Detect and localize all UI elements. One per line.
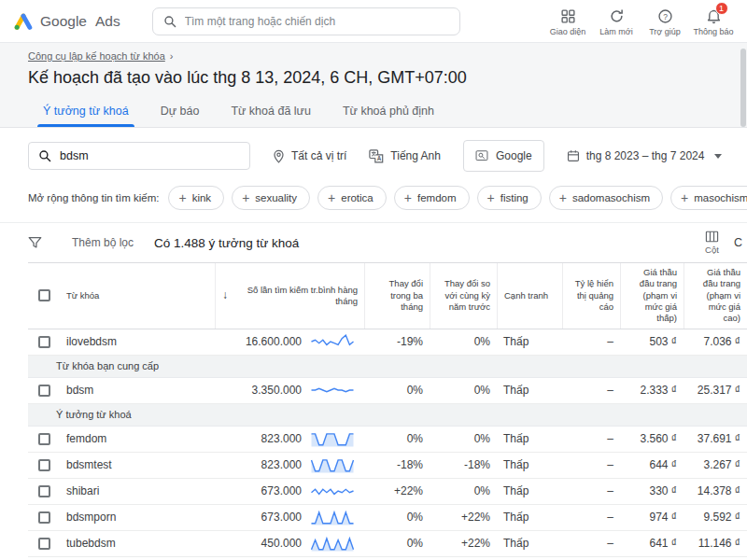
broaden-chip[interactable]: +kink xyxy=(168,186,224,210)
search-trend-sparkline xyxy=(310,381,355,399)
filter-button[interactable] xyxy=(28,236,42,249)
avg-searches-cell: 3.350.000 xyxy=(215,378,364,403)
keyword-cell: ilovebdsm xyxy=(60,329,215,355)
table-header: Từ khóa ↓ Số lần tìm kiếm tr.bình hàng t… xyxy=(28,262,747,329)
table-row: bdsm3.350.0000%0%Thấp–2.333 ₫25.317 ₫ xyxy=(28,378,747,404)
three-month-change-cell: 0% xyxy=(364,505,430,530)
search-trend-sparkline xyxy=(310,508,355,526)
ad-impression-share-cell: – xyxy=(562,427,620,452)
broaden-chip[interactable]: +femdom xyxy=(394,186,470,210)
checkbox-cell xyxy=(28,453,60,478)
avg-searches-cell: 823.000 xyxy=(215,427,364,452)
vertical-scrollbar[interactable] xyxy=(740,49,746,127)
columns-icon xyxy=(705,231,719,243)
language-selector[interactable]: A Tiếng Anh xyxy=(369,149,441,163)
ad-impression-share-cell: – xyxy=(562,505,620,530)
row-checkbox[interactable] xyxy=(38,433,50,445)
top-bid-low-cell: 2.333 ₫ xyxy=(620,378,684,403)
search-trend-sparkline xyxy=(310,534,355,553)
row-checkbox[interactable] xyxy=(38,385,50,397)
section-header-row: Ý tưởng từ khoá xyxy=(28,404,747,427)
appearance-button[interactable]: Giao diện xyxy=(543,6,592,36)
col-header-three-month-change[interactable]: Thay đổi trong ba tháng xyxy=(364,263,430,329)
search-icon xyxy=(38,149,51,162)
top-bid-high-cell: 14.378 ₫ xyxy=(684,479,747,504)
row-checkbox[interactable] xyxy=(38,485,50,497)
svg-text:?: ? xyxy=(663,11,668,21)
topbar: GoogleAds Giao diện Làm mới ? Trợ giúp xyxy=(0,0,747,43)
broaden-chip[interactable]: +sadomasochism xyxy=(549,186,663,210)
col-header-ad-impression-share[interactable]: Tỷ lệ hiển thị quảng cáo xyxy=(562,263,620,329)
row-checkbox[interactable] xyxy=(38,336,50,348)
location-selector[interactable]: Tất cả vị trí xyxy=(273,149,346,163)
broaden-search-row: Mở rộng thông tin tìm kiếm: +kink+sexual… xyxy=(0,173,747,210)
table-row: shibari673.000+22%0%Thấp–330 ₫14.378 ₫ xyxy=(28,479,747,505)
top-bid-high-cell: 9.592 ₫ xyxy=(684,505,747,530)
search-trend-sparkline xyxy=(310,482,355,500)
broaden-chip[interactable]: +masochism xyxy=(670,186,747,210)
keyword-cell: tubebdsm xyxy=(60,531,215,556)
translate-icon: A xyxy=(369,149,384,163)
clipped-control[interactable]: C xyxy=(734,236,743,249)
tab-bar: Ý tưởng từ khoá Dự báo Từ khoá đã lưu Từ… xyxy=(0,88,747,127)
checkbox-cell xyxy=(28,505,60,530)
help-button[interactable]: ? Trợ giúp xyxy=(641,6,689,36)
columns-button[interactable]: Cột xyxy=(705,231,719,255)
plan-controls: bdsm Tất cả vị trí A Tiếng Anh Google th… xyxy=(0,128,747,173)
row-checkbox[interactable] xyxy=(38,511,50,524)
broaden-chip[interactable]: +erotica xyxy=(317,186,387,210)
yoy-change-cell: -18% xyxy=(430,453,497,478)
tab-negative-keywords[interactable]: Từ khoá phủ định xyxy=(328,99,449,127)
action-label: Giao diện xyxy=(550,27,586,36)
notification-badge: 1 xyxy=(715,2,728,15)
add-filter-button[interactable]: Thêm bộ lọc xyxy=(72,236,134,249)
avg-searches-value: 673.000 xyxy=(261,511,302,524)
refresh-icon xyxy=(609,7,625,24)
three-month-change-cell: 0% xyxy=(364,378,430,403)
yoy-change-cell: 0% xyxy=(430,427,497,452)
network-selector[interactable]: Google xyxy=(463,140,544,172)
chip-label: femdom xyxy=(417,192,457,203)
global-search-input[interactable] xyxy=(185,15,449,28)
google-ads-logo[interactable]: GoogleAds xyxy=(13,12,120,31)
top-bid-high-cell: 11.146 ₫ xyxy=(684,531,747,556)
date-range-selector[interactable]: thg 8 2023 – thg 7 2024 xyxy=(567,149,723,162)
col-header-top-bid-high[interactable]: Giá thầu đầu trang (phạm vi mức giá cao) xyxy=(684,263,747,329)
tab-keyword-ideas[interactable]: Ý tưởng từ khoá xyxy=(28,99,144,127)
col-header-keyword[interactable]: Từ khóa xyxy=(60,263,215,329)
select-all-checkbox[interactable] xyxy=(38,289,50,301)
page-subheader: Công cụ lập kế hoạch từ khóa › Kế hoạch … xyxy=(0,43,747,128)
competition-cell: Thấp xyxy=(497,531,562,556)
row-checkbox[interactable] xyxy=(38,538,50,550)
col-header-competition[interactable]: Cạnh tranh xyxy=(497,263,562,329)
chevron-right-icon: › xyxy=(170,50,174,62)
language-value: Tiếng Anh xyxy=(390,149,441,162)
col-header-top-bid-low[interactable]: Giá thầu đầu trang (phạm vi mức giá thấp… xyxy=(620,263,684,329)
breadcrumb-link[interactable]: Công cụ lập kế hoạch từ khóa xyxy=(28,50,165,62)
broaden-label: Mở rộng thông tin tìm kiếm: xyxy=(28,192,159,203)
global-search[interactable] xyxy=(152,7,460,35)
broaden-chip[interactable]: +sexuality xyxy=(232,186,310,210)
search-trend-sparkline xyxy=(310,332,355,351)
keyword-search-box[interactable]: bdsm xyxy=(28,142,250,170)
tab-forecast[interactable]: Dự báo xyxy=(146,99,215,127)
brand-ads: Ads xyxy=(95,13,120,30)
competition-cell: Thấp xyxy=(497,329,562,355)
avg-searches-value: 823.000 xyxy=(261,458,302,471)
ad-impression-share-cell: – xyxy=(562,329,620,355)
action-label: Trợ giúp xyxy=(649,27,681,36)
plus-icon: + xyxy=(178,191,186,204)
refresh-button[interactable]: Làm mới xyxy=(592,6,641,36)
keyword-cell: femdom xyxy=(60,427,215,452)
three-month-change-cell: +22% xyxy=(364,479,430,504)
tab-saved-keywords[interactable]: Từ khoá đã lưu xyxy=(216,99,326,127)
row-checkbox[interactable] xyxy=(38,459,50,471)
avg-searches-value: 450.000 xyxy=(261,537,302,550)
avg-searches-value: 3.350.000 xyxy=(252,384,302,397)
notifications-button[interactable]: 1 Thông báo xyxy=(689,6,738,36)
col-header-yoy-change[interactable]: Thay đổi so với cùng kỳ năm trước xyxy=(430,263,497,329)
avg-searches-cell: 450.000 xyxy=(215,531,364,556)
google-ads-logo-icon xyxy=(13,12,34,31)
broaden-chip[interactable]: +fisting xyxy=(477,186,542,210)
col-header-avg-monthly-searches[interactable]: ↓ Số lần tìm kiếm tr.bình hàng tháng xyxy=(215,263,364,329)
